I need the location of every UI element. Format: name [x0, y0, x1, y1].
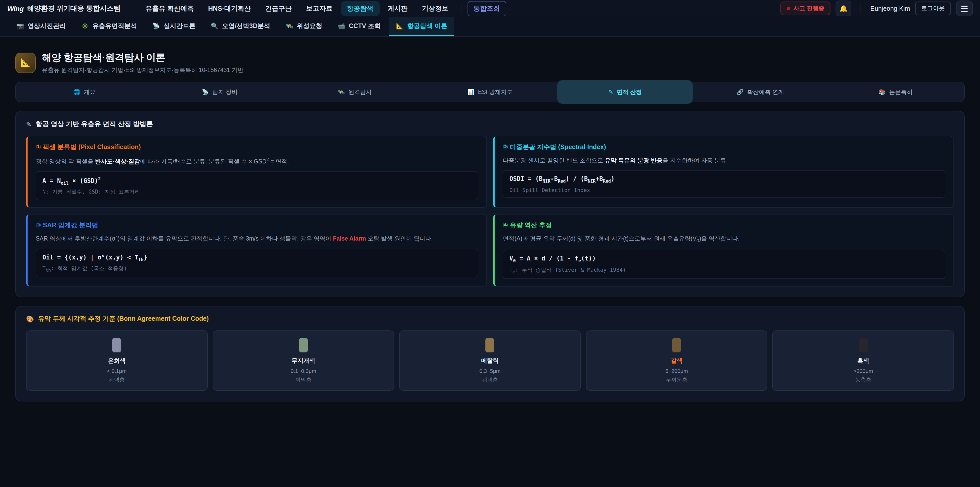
books-icon: 📚: [878, 89, 885, 95]
color-swatch: [859, 338, 867, 352]
methods-panel: ✎ 항공 영상 기반 유출유 면적 산정 방법론 ① 픽셀 분류법 (Pixel…: [15, 111, 965, 297]
formula-box: Oil = {(x,y) | σ°(x,y) < Tth} Tth: 최적 임계…: [36, 249, 478, 277]
palette-icon: 🎨: [26, 315, 34, 323]
swatch-layer: 광택층: [109, 376, 125, 383]
nav-item-integrated-search[interactable]: 통합조회: [467, 1, 506, 16]
formula-box: A = Noil × (GSD)2 N: 기름 픽셀수, GSD: 지상 표본거…: [36, 171, 478, 200]
nav-item-oil-diffusion[interactable]: 유출유 확산예측: [139, 1, 200, 16]
method-card-volume-estimation: ④ 유량 역산 추정 면적(A)과 평균 유막 두께(d) 및 풍화 경과 시간…: [493, 214, 954, 286]
nav-item-weather[interactable]: 기상정보: [416, 1, 455, 16]
swatch-thickness: 5~200μm: [665, 367, 688, 374]
subtab-oil-area-analysis[interactable]: ✳️ 유출유면적분석: [74, 18, 144, 36]
nav-item-aerial-search[interactable]: 항공탐색: [341, 1, 380, 16]
camera-icon: 📷: [16, 22, 24, 30]
subtab-photo-management[interactable]: 📷 영상사진관리: [9, 18, 73, 36]
logout-button[interactable]: 로그아웃: [915, 2, 951, 15]
formula-box: OSDI = (BNIR-BRed) / (BNIR+BRed) Oil Spi…: [503, 170, 945, 198]
formula-box: V0 = A × d / (1 - fe(t)) fe: 누적 증발비 (Sti…: [503, 250, 945, 279]
subtab-realtime-drone[interactable]: 📡 실시간드론: [145, 18, 203, 36]
thickness-card-black: 흑색 >200μm 농축층: [773, 330, 954, 390]
subtab-aerial-theory[interactable]: 📐 항공탐색 이론: [389, 18, 455, 36]
triangle-ruler-icon: 📐: [396, 22, 404, 30]
formula: A = Noil × (GSD)2: [42, 176, 472, 186]
swatch-layer: 박막층: [295, 376, 311, 383]
menu-button[interactable]: [956, 0, 973, 16]
formula: OSDI = (BNIR-BRed) / (BNIR+BRed): [509, 176, 939, 184]
satellite-icon: 🛰️: [286, 22, 293, 30]
incident-badge-label: 사고 진행중: [794, 5, 824, 12]
green-asterisk-icon: ✳️: [81, 22, 89, 30]
swatch-thickness: 0.1~0.3μm: [291, 367, 316, 374]
color-swatch: [113, 338, 121, 352]
magnifier-icon: 🔍: [211, 22, 218, 30]
top-navigation-bar: Wing 해양환경 위기대응 통합시스템 유출유 확산예측 HNS·대기확산 긴…: [0, 0, 980, 18]
logo-mark: Wing: [7, 4, 24, 13]
tab-papers-patents[interactable]: 📚 논문특허: [828, 82, 963, 102]
tab-remote-sensing[interactable]: 🛰️ 원격탐사: [287, 82, 422, 102]
pencil-icon: ✎: [26, 120, 32, 128]
method-card-pixel-classification: ① 픽셀 분류법 (Pixel Classification) 광학 영상의 각…: [26, 136, 487, 208]
tab-esi-map[interactable]: 📊 ESI 방제지도: [422, 82, 558, 102]
method-card-body: 면적(A)과 평균 유막 두께(d) 및 풍화 경과 시간(t)으로부터 원래 …: [503, 235, 945, 245]
swatch-thickness: < 0.1μm: [107, 367, 127, 374]
page-title: 해양 항공탐색·원격탐사 이론: [42, 51, 243, 64]
method-card-sar-threshold: ③ SAR 임계값 분리법 SAR 영상에서 후방산란계수(σ°)의 임계값 이…: [26, 214, 487, 286]
swatch-thickness: >200μm: [853, 367, 873, 374]
color-swatch: [299, 338, 308, 352]
video-camera-icon: 📹: [338, 22, 345, 30]
method-card-body: 광학 영상의 각 픽셀을 반사도·색상·질감에 따라 기름/해수로 분류. 분류…: [36, 156, 478, 166]
incident-status-badge[interactable]: 사고 진행중: [781, 2, 830, 15]
methods-heading: ✎ 항공 영상 기반 유출유 면적 산정 방법론: [26, 120, 954, 129]
antenna-icon: 📡: [202, 89, 209, 95]
thickness-card-rainbow: 무지개색 0.1~0.3μm 박막층: [213, 330, 394, 390]
swatch-name: 무지개색: [292, 357, 315, 364]
menu-icon: [961, 5, 968, 6]
tab-detection-equipment[interactable]: 📡 탐지 장비: [152, 82, 287, 102]
method-card-title: ③ SAR 임계값 분리법: [36, 221, 478, 230]
swatch-thickness: 0.3~5μm: [479, 367, 501, 374]
tab-diffusion-link[interactable]: 🔗 확산예측 연계: [693, 82, 828, 102]
bonn-grid: 은회색 < 0.1μm 광택층 무지개색 0.1~0.3μm 박막층 메탈릭 0…: [26, 330, 954, 390]
divider: [130, 4, 130, 13]
content-tab-bar: 🌐 개요 📡 탐지 장비 🛰️ 원격탐사 📊 ESI 방제지도 ✎ 면적 산정 …: [15, 82, 965, 102]
tab-area-calculation[interactable]: ✎ 면적 산정: [558, 80, 693, 104]
formula-note: N: 기름 픽셀수, GSD: 지상 표본거리: [42, 189, 472, 196]
thickness-card-silver: 은회색 < 0.1μm 광택층: [26, 330, 207, 390]
link-icon: 🔗: [737, 89, 744, 95]
bell-icon: 🔔: [839, 5, 848, 12]
formula-note: Oil Spill Detection Index: [509, 187, 939, 193]
globe-icon: 🌐: [73, 89, 80, 95]
antenna-icon: 📡: [152, 22, 160, 30]
app-title: 해양환경 위기대응 통합시스템: [27, 4, 121, 13]
page-content: 📐 해양 항공탐색·원격탐사 이론 유출유 원격탐지·항공감시 기법·ESI 방…: [0, 51, 980, 401]
formula-note: Tth: 최적 임계값 (국소 적응형): [42, 265, 472, 273]
bar-chart-icon: 📊: [468, 89, 474, 95]
method-card-body: 다중분광 센서로 촬영한 밴드 조합으로 유막 특유의 분광 반응을 지수화하여…: [503, 156, 945, 165]
page-subtitle: 유출유 원격탐지·항공감시 기법·ESI 방제정보지도·등록특허 10-1567…: [42, 66, 243, 74]
formula: V0 = A × d / (1 - fe(t)): [509, 255, 939, 263]
subtab-pollution-ship-3d[interactable]: 🔍 오염/선박3D분석: [204, 18, 277, 36]
formula-note: fe: 누적 증발비 (Stiver & Mackay 1984): [509, 267, 939, 274]
swatch-layer: 두꺼운층: [666, 376, 687, 383]
method-card-body: SAR 영상에서 후방산란계수(σ°)의 임계값 이하를 유막으로 판정합니다.…: [36, 235, 478, 244]
swatch-name: 갈색: [671, 357, 682, 364]
nav-item-rescue[interactable]: 긴급구난: [259, 1, 298, 16]
tab-overview[interactable]: 🌐 개요: [17, 82, 152, 102]
nav-item-hns[interactable]: HNS·대기확산: [202, 1, 257, 16]
method-card-title: ① 픽셀 분류법 (Pixel Classification): [36, 143, 478, 152]
color-swatch: [486, 338, 494, 352]
swatch-name: 흑색: [857, 357, 869, 364]
bonn-panel: 🎨 유막 두께 시각적 추정 기준 (Bonn Agreement Color …: [15, 306, 965, 401]
notification-button[interactable]: 🔔: [835, 0, 851, 16]
status-dot-icon: [787, 6, 791, 10]
subtab-satellite-request[interactable]: 🛰️ 위성요청: [278, 18, 329, 36]
subtab-cctv-view[interactable]: 📹 CCTV 조회: [331, 18, 388, 36]
nav-item-reports[interactable]: 보고자료: [300, 1, 339, 16]
nav-item-board[interactable]: 게시판: [382, 1, 414, 16]
method-card-title: ④ 유량 역산 추정: [503, 221, 945, 230]
divider: [861, 4, 861, 13]
divider: [461, 4, 461, 13]
app-logo[interactable]: Wing 해양환경 위기대응 통합시스템: [7, 4, 121, 13]
app-root: Wing 해양환경 위기대응 통합시스템 유출유 확산예측 HNS·대기확산 긴…: [0, 0, 980, 487]
formula: Oil = {(x,y) | σ°(x,y) < Tth}: [42, 254, 472, 262]
